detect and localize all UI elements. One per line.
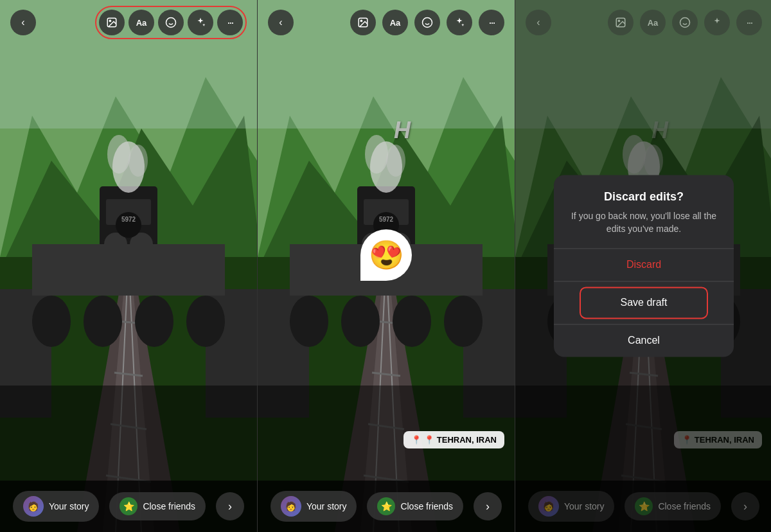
more-button-1[interactable]: ··· bbox=[217, 10, 243, 35]
friends-icon-1: ⭐ bbox=[120, 497, 137, 515]
face-button-2[interactable] bbox=[414, 10, 440, 35]
toolbar-tools-3: Aa ··· bbox=[608, 10, 762, 35]
story-avatar-2: 🧑 bbox=[281, 496, 301, 517]
back-button-2[interactable]: ‹ bbox=[268, 10, 294, 35]
toolbar-3: ‹ Aa bbox=[515, 0, 771, 45]
cancel-button[interactable]: Cancel bbox=[554, 325, 734, 357]
your-story-label-3: Your story bbox=[564, 501, 605, 511]
location-text-2: 📍 TEHRAN, IRAN bbox=[424, 435, 497, 445]
svg-point-32 bbox=[166, 18, 176, 28]
panel-1: 5972 ‹ Aa bbox=[0, 0, 257, 532]
letter-h-sticker[interactable]: H bbox=[394, 117, 411, 144]
svg-point-19 bbox=[128, 145, 148, 177]
discard-dialog: Discard edits? If you go back now, you'l… bbox=[554, 175, 734, 357]
gallery-button-2[interactable] bbox=[350, 10, 376, 35]
emoji-sticker[interactable]: 😍 bbox=[360, 229, 412, 281]
toolbar-highlight-box: Aa ··· bbox=[95, 6, 247, 39]
location-tag-2[interactable]: 📍 📍 TEHRAN, IRAN bbox=[403, 431, 504, 448]
your-story-button-2[interactable]: 🧑 Your story bbox=[270, 491, 357, 522]
bottom-bar-2: 🧑 Your story ⭐ Close friends › bbox=[258, 481, 515, 532]
close-friends-label-3: Close friends bbox=[658, 501, 711, 511]
more-button-2[interactable]: ··· bbox=[479, 10, 504, 35]
story-avatar-3: 🧑 bbox=[538, 496, 559, 517]
svg-point-26 bbox=[135, 296, 173, 347]
save-draft-wrapper: Save draft bbox=[554, 282, 734, 324]
more-button-3[interactable]: ··· bbox=[736, 10, 762, 35]
your-story-button-3[interactable]: 🧑 Your story bbox=[528, 491, 615, 522]
save-draft-button[interactable]: Save draft bbox=[580, 287, 708, 319]
your-story-button-1[interactable]: 🧑 Your story bbox=[13, 491, 100, 522]
svg-point-54 bbox=[386, 145, 405, 177]
face-button-3[interactable] bbox=[672, 10, 698, 35]
svg-point-59 bbox=[290, 296, 328, 347]
svg-point-67 bbox=[423, 18, 432, 28]
dialog-subtitle: If you go back now, you'll lose all the … bbox=[554, 210, 734, 235]
gallery-button-3[interactable] bbox=[608, 10, 634, 35]
svg-point-61 bbox=[393, 296, 431, 347]
close-friends-button-2[interactable]: ⭐ Close friends bbox=[367, 492, 463, 520]
svg-point-53 bbox=[365, 135, 388, 173]
svg-point-18 bbox=[107, 135, 130, 173]
svg-text:5972: 5972 bbox=[121, 216, 136, 223]
train-svg: 5972 bbox=[0, 0, 257, 532]
svg-point-27 bbox=[186, 296, 225, 347]
svg-point-101 bbox=[618, 20, 619, 21]
svg-point-102 bbox=[680, 18, 690, 28]
close-friends-label-1: Close friends bbox=[143, 501, 195, 511]
story-avatar-1: 🧑 bbox=[23, 496, 44, 517]
panel-2: 5972 H 😍 📍 📍 TEHRAN, IRAN ‹ Aa bbox=[258, 0, 515, 532]
toolbar-2: ‹ Aa bbox=[258, 0, 515, 45]
close-friends-button-3[interactable]: ⭐ Close friends bbox=[625, 492, 721, 520]
svg-point-66 bbox=[360, 20, 362, 21]
next-button-1[interactable]: › bbox=[216, 492, 244, 520]
svg-point-24 bbox=[32, 296, 71, 347]
text-button-2[interactable]: Aa bbox=[382, 10, 408, 35]
close-friends-button-1[interactable]: ⭐ Close friends bbox=[109, 492, 206, 520]
toolbar-tools-2: Aa ··· bbox=[350, 10, 504, 35]
svg-text:5972: 5972 bbox=[379, 216, 394, 223]
discard-button[interactable]: Discard bbox=[554, 249, 734, 281]
location-pin-icon: 📍 bbox=[411, 435, 421, 445]
your-story-label-2: Your story bbox=[306, 501, 347, 511]
sparkle-button-2[interactable] bbox=[447, 10, 472, 35]
svg-point-25 bbox=[84, 296, 122, 347]
face-button-1[interactable] bbox=[158, 10, 184, 35]
friends-icon-3: ⭐ bbox=[635, 497, 653, 515]
back-button[interactable]: ‹ bbox=[10, 10, 36, 35]
svg-point-31 bbox=[109, 20, 111, 21]
text-button-1[interactable]: Aa bbox=[128, 10, 154, 35]
dialog-title: Discard edits? bbox=[554, 190, 734, 204]
svg-rect-23 bbox=[32, 244, 225, 296]
text-button-3[interactable]: Aa bbox=[640, 10, 666, 35]
close-friends-label-2: Close friends bbox=[400, 501, 453, 511]
friends-icon-2: ⭐ bbox=[377, 497, 395, 515]
svg-point-60 bbox=[341, 296, 380, 347]
next-button-2[interactable]: › bbox=[474, 492, 502, 520]
panel-3: 5972 H 📍 TEHRAN, IRAN ‹ Aa bbox=[515, 0, 771, 532]
toolbar-1: ‹ Aa bbox=[0, 0, 257, 45]
your-story-label-1: Your story bbox=[49, 501, 89, 511]
sparkle-button-3[interactable] bbox=[704, 10, 730, 35]
bottom-bar-1: 🧑 Your story ⭐ Close friends › bbox=[0, 481, 257, 532]
bottom-bar-3: 🧑 Your story ⭐ Close friends › bbox=[515, 481, 771, 532]
gallery-button-1[interactable] bbox=[99, 10, 125, 35]
back-button-3[interactable]: ‹ bbox=[526, 10, 551, 35]
next-button-3[interactable]: › bbox=[731, 492, 759, 520]
sparkle-button-1[interactable] bbox=[188, 10, 213, 35]
svg-point-62 bbox=[444, 296, 483, 347]
